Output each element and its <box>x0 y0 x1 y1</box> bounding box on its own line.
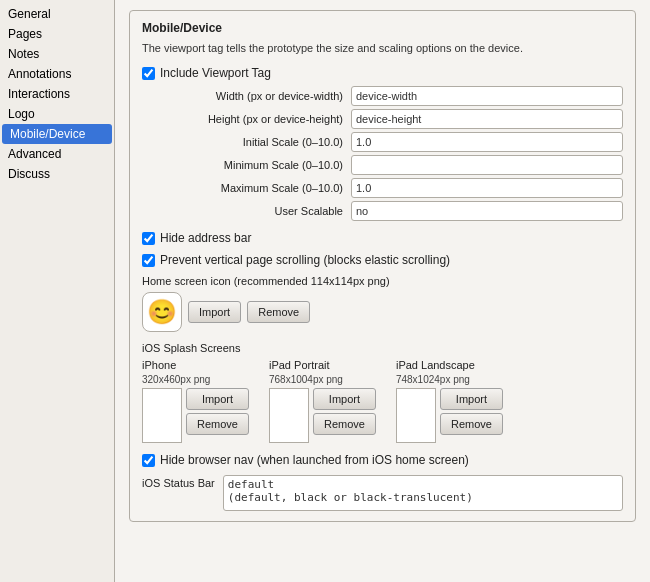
sidebar-item-interactions[interactable]: Interactions <box>0 84 114 104</box>
sidebar-item-logo[interactable]: Logo <box>0 104 114 124</box>
sidebar-item-label: General <box>8 7 51 21</box>
hide-browser-nav-checkbox[interactable] <box>142 454 155 467</box>
splash-ipad-portrait-import-button[interactable]: Import <box>313 388 376 410</box>
splash-iphone-remove-button[interactable]: Remove <box>186 413 249 435</box>
section-title: Mobile/Device <box>142 21 623 35</box>
sidebar-item-label: Annotations <box>8 67 71 81</box>
user-scalable-label: User Scalable <box>162 201 347 221</box>
ios-status-bar-input[interactable]: default (default, black or black-translu… <box>223 475 623 511</box>
ios-splash-section: iOS Splash Screens iPhone 320x460px png … <box>142 342 623 443</box>
splash-ipad-portrait-remove-button[interactable]: Remove <box>313 413 376 435</box>
sidebar-item-label: Mobile/Device <box>10 127 85 141</box>
include-viewport-checkbox[interactable] <box>142 67 155 80</box>
sidebar-item-label: Notes <box>8 47 39 61</box>
min-scale-input[interactable] <box>351 155 623 175</box>
include-viewport-label: Include Viewport Tag <box>160 66 271 80</box>
width-input[interactable] <box>351 86 623 106</box>
splash-iphone-title: iPhone <box>142 359 249 371</box>
ios-status-bar-label: iOS Status Bar <box>142 475 215 489</box>
home-screen-icon-section: Home screen icon (recommended 114x114px … <box>142 275 623 332</box>
sidebar: General Pages Notes Annotations Interact… <box>0 0 115 582</box>
splash-iphone-size: 320x460px png <box>142 374 249 385</box>
initial-scale-label: Initial Scale (0–10.0) <box>162 132 347 152</box>
splash-iphone-buttons: Import Remove <box>186 388 249 435</box>
sidebar-item-label: Interactions <box>8 87 70 101</box>
hide-address-bar-checkbox[interactable] <box>142 232 155 245</box>
splash-ipad-landscape-controls: Import Remove <box>396 388 503 443</box>
splash-iphone-controls: Import Remove <box>142 388 249 443</box>
section-description: The viewport tag tells the prototype the… <box>142 41 623 56</box>
splash-iphone: iPhone 320x460px png Import Remove <box>142 359 249 443</box>
min-scale-label: Minimum Scale (0–10.0) <box>162 155 347 175</box>
sidebar-item-label: Logo <box>8 107 35 121</box>
ios-splash-label: iOS Splash Screens <box>142 342 623 354</box>
user-scalable-input[interactable] <box>351 201 623 221</box>
splash-ipad-portrait-controls: Import Remove <box>269 388 376 443</box>
splash-ipad-portrait: iPad Portrait 768x1004px png Import Remo… <box>269 359 376 443</box>
hide-address-bar-label: Hide address bar <box>160 231 251 245</box>
hide-browser-nav-label: Hide browser nav (when launched from iOS… <box>160 453 469 467</box>
width-label: Width (px or device-width) <box>162 86 347 106</box>
max-scale-label: Maximum Scale (0–10.0) <box>162 178 347 198</box>
splash-ipad-portrait-preview <box>269 388 309 443</box>
hide-address-bar-row: Hide address bar <box>142 231 623 245</box>
splash-iphone-preview <box>142 388 182 443</box>
splash-ipad-landscape-buttons: Import Remove <box>440 388 503 435</box>
max-scale-input[interactable] <box>351 178 623 198</box>
prevent-scrolling-label: Prevent vertical page scrolling (blocks … <box>160 253 450 267</box>
splash-ipad-landscape-import-button[interactable]: Import <box>440 388 503 410</box>
ios-status-bar-row: iOS Status Bar default (default, black o… <box>142 475 623 511</box>
initial-scale-input[interactable] <box>351 132 623 152</box>
sidebar-item-advanced[interactable]: Advanced <box>0 144 114 164</box>
hide-browser-nav-row: Hide browser nav (when launched from iOS… <box>142 453 623 467</box>
home-screen-import-button[interactable]: Import <box>188 301 241 323</box>
sidebar-item-annotations[interactable]: Annotations <box>0 64 114 84</box>
viewport-form: Width (px or device-width) Height (px or… <box>162 86 623 221</box>
splash-iphone-import-button[interactable]: Import <box>186 388 249 410</box>
prevent-scrolling-checkbox[interactable] <box>142 254 155 267</box>
splash-grid: iPhone 320x460px png Import Remove iPad … <box>142 359 623 443</box>
prevent-scrolling-row: Prevent vertical page scrolling (blocks … <box>142 253 623 267</box>
splash-ipad-landscape: iPad Landscape 748x1024px png Import Rem… <box>396 359 503 443</box>
splash-ipad-landscape-preview <box>396 388 436 443</box>
sidebar-item-label: Pages <box>8 27 42 41</box>
sidebar-item-pages[interactable]: Pages <box>0 24 114 44</box>
main-content: Mobile/Device The viewport tag tells the… <box>115 0 650 582</box>
home-screen-icon-preview: 😊 <box>142 292 182 332</box>
splash-ipad-landscape-size: 748x1024px png <box>396 374 503 385</box>
sidebar-item-general[interactable]: General <box>0 4 114 24</box>
splash-ipad-landscape-title: iPad Landscape <box>396 359 503 371</box>
splash-ipad-landscape-remove-button[interactable]: Remove <box>440 413 503 435</box>
sidebar-item-label: Discuss <box>8 167 50 181</box>
sidebar-item-mobile-device[interactable]: Mobile/Device <box>2 124 112 144</box>
sidebar-item-notes[interactable]: Notes <box>0 44 114 64</box>
home-screen-remove-button[interactable]: Remove <box>247 301 310 323</box>
sidebar-item-discuss[interactable]: Discuss <box>0 164 114 184</box>
include-viewport-row: Include Viewport Tag <box>142 66 623 80</box>
sidebar-item-label: Advanced <box>8 147 61 161</box>
height-input[interactable] <box>351 109 623 129</box>
splash-ipad-portrait-size: 768x1004px png <box>269 374 376 385</box>
home-screen-icon-emoji: 😊 <box>147 298 177 326</box>
splash-ipad-portrait-buttons: Import Remove <box>313 388 376 435</box>
splash-ipad-portrait-title: iPad Portrait <box>269 359 376 371</box>
icon-row: 😊 Import Remove <box>142 292 623 332</box>
mobile-device-section: Mobile/Device The viewport tag tells the… <box>129 10 636 522</box>
height-label: Height (px or device-height) <box>162 109 347 129</box>
home-screen-icon-label: Home screen icon (recommended 114x114px … <box>142 275 623 287</box>
